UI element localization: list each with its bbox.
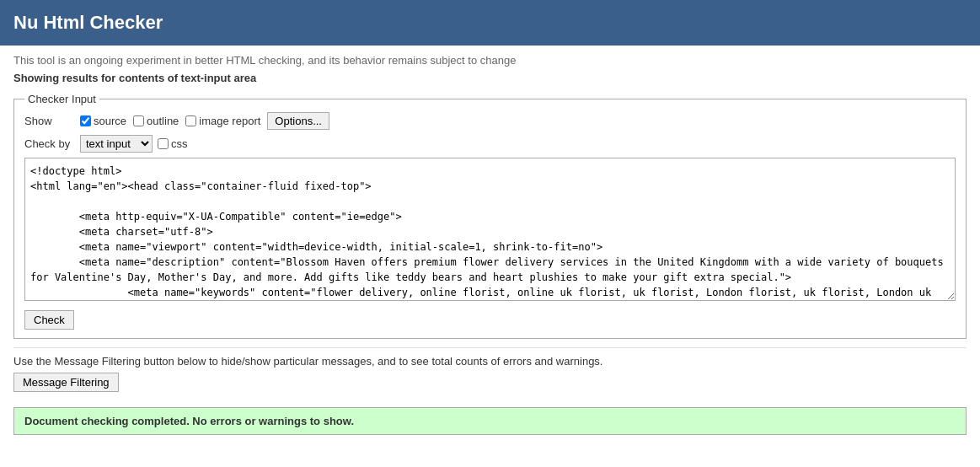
page-header: Nu Html Checker [0, 0, 980, 46]
outline-checkbox-label[interactable]: outline [133, 115, 179, 127]
result-message: Document checking completed. No errors o… [24, 415, 354, 427]
image-report-checkbox[interactable] [185, 115, 196, 126]
fieldset-legend: Checker Input [24, 93, 99, 105]
checker-input-fieldset: Checker Input Show source outline image … [13, 93, 967, 339]
show-label: Show [24, 115, 75, 127]
image-report-label: image report [199, 115, 260, 127]
image-report-checkbox-label[interactable]: image report [185, 115, 260, 127]
css-checkbox-label[interactable]: css [158, 137, 188, 150]
check-by-row: Check by text input file upload address … [24, 135, 956, 153]
code-area-container [24, 158, 956, 303]
result-box: Document checking completed. No errors o… [13, 407, 967, 435]
css-label: css [171, 137, 188, 150]
filtering-text: Use the Message Filtering button below t… [13, 355, 967, 368]
results-label: Showing results for contents of text-inp… [13, 72, 967, 84]
source-checkbox-label[interactable]: source [80, 115, 126, 127]
check-button[interactable]: Check [24, 310, 74, 330]
check-by-label: Check by [24, 137, 75, 150]
check-by-select[interactable]: text input file upload address [80, 135, 153, 153]
outline-checkbox[interactable] [133, 115, 144, 126]
css-checkbox[interactable] [158, 138, 169, 149]
outline-label: outline [147, 115, 179, 127]
filtering-section: Use the Message Filtering button below t… [13, 347, 967, 399]
show-row: Show source outline image report Options… [24, 112, 956, 130]
options-button[interactable]: Options... [267, 112, 329, 130]
message-filtering-button[interactable]: Message Filtering [13, 373, 119, 392]
code-textarea[interactable] [24, 158, 956, 301]
page-title: Nu Html Checker [13, 12, 967, 34]
source-checkbox[interactable] [80, 115, 91, 126]
subtitle-text: This tool is an ongoing experiment in be… [13, 54, 967, 67]
source-label: source [94, 115, 126, 127]
